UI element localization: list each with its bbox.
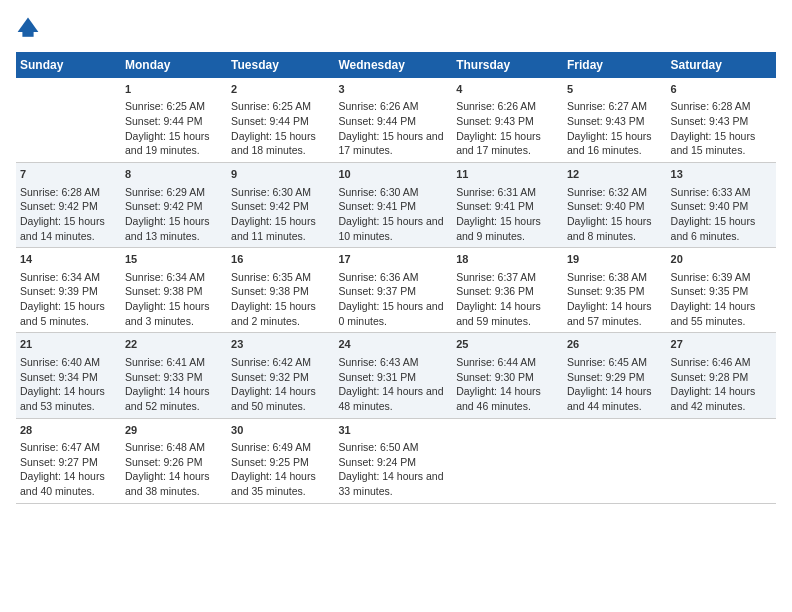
calendar-cell: 19Sunrise: 6:38 AMSunset: 9:35 PMDayligh… bbox=[563, 248, 667, 333]
calendar-cell: 5Sunrise: 6:27 AMSunset: 9:43 PMDaylight… bbox=[563, 78, 667, 163]
sunrise-text: Sunrise: 6:40 AMSunset: 9:34 PMDaylight:… bbox=[20, 356, 105, 412]
sunrise-text: Sunrise: 6:48 AMSunset: 9:26 PMDaylight:… bbox=[125, 441, 210, 497]
calendar-cell: 16Sunrise: 6:35 AMSunset: 9:38 PMDayligh… bbox=[227, 248, 334, 333]
sunrise-text: Sunrise: 6:36 AMSunset: 9:37 PMDaylight:… bbox=[338, 271, 443, 327]
calendar-cell: 31Sunrise: 6:50 AMSunset: 9:24 PMDayligh… bbox=[334, 418, 452, 503]
calendar-cell: 2Sunrise: 6:25 AMSunset: 9:44 PMDaylight… bbox=[227, 78, 334, 163]
day-number: 15 bbox=[125, 252, 223, 267]
calendar-table: SundayMondayTuesdayWednesdayThursdayFrid… bbox=[16, 52, 776, 504]
day-number: 21 bbox=[20, 337, 117, 352]
day-number: 12 bbox=[567, 167, 663, 182]
column-header-tuesday: Tuesday bbox=[227, 52, 334, 78]
header-row: SundayMondayTuesdayWednesdayThursdayFrid… bbox=[16, 52, 776, 78]
sunrise-text: Sunrise: 6:39 AMSunset: 9:35 PMDaylight:… bbox=[671, 271, 756, 327]
sunrise-text: Sunrise: 6:26 AMSunset: 9:43 PMDaylight:… bbox=[456, 100, 541, 156]
calendar-cell: 10Sunrise: 6:30 AMSunset: 9:41 PMDayligh… bbox=[334, 163, 452, 248]
calendar-cell: 22Sunrise: 6:41 AMSunset: 9:33 PMDayligh… bbox=[121, 333, 227, 418]
calendar-cell: 11Sunrise: 6:31 AMSunset: 9:41 PMDayligh… bbox=[452, 163, 563, 248]
logo bbox=[16, 16, 44, 40]
calendar-cell: 25Sunrise: 6:44 AMSunset: 9:30 PMDayligh… bbox=[452, 333, 563, 418]
week-row: 21Sunrise: 6:40 AMSunset: 9:34 PMDayligh… bbox=[16, 333, 776, 418]
calendar-cell: 8Sunrise: 6:29 AMSunset: 9:42 PMDaylight… bbox=[121, 163, 227, 248]
sunrise-text: Sunrise: 6:43 AMSunset: 9:31 PMDaylight:… bbox=[338, 356, 443, 412]
sunrise-text: Sunrise: 6:28 AMSunset: 9:43 PMDaylight:… bbox=[671, 100, 756, 156]
column-header-monday: Monday bbox=[121, 52, 227, 78]
day-number: 28 bbox=[20, 423, 117, 438]
logo-icon bbox=[16, 16, 40, 40]
calendar-cell: 12Sunrise: 6:32 AMSunset: 9:40 PMDayligh… bbox=[563, 163, 667, 248]
calendar-cell: 24Sunrise: 6:43 AMSunset: 9:31 PMDayligh… bbox=[334, 333, 452, 418]
calendar-cell: 23Sunrise: 6:42 AMSunset: 9:32 PMDayligh… bbox=[227, 333, 334, 418]
sunrise-text: Sunrise: 6:32 AMSunset: 9:40 PMDaylight:… bbox=[567, 186, 652, 242]
page-header bbox=[16, 16, 776, 40]
calendar-cell: 21Sunrise: 6:40 AMSunset: 9:34 PMDayligh… bbox=[16, 333, 121, 418]
week-row: 28Sunrise: 6:47 AMSunset: 9:27 PMDayligh… bbox=[16, 418, 776, 503]
day-number: 30 bbox=[231, 423, 330, 438]
svg-rect-1 bbox=[22, 32, 33, 37]
day-number: 17 bbox=[338, 252, 448, 267]
column-header-sunday: Sunday bbox=[16, 52, 121, 78]
sunrise-text: Sunrise: 6:35 AMSunset: 9:38 PMDaylight:… bbox=[231, 271, 316, 327]
day-number: 6 bbox=[671, 82, 772, 97]
day-number: 22 bbox=[125, 337, 223, 352]
calendar-cell: 7Sunrise: 6:28 AMSunset: 9:42 PMDaylight… bbox=[16, 163, 121, 248]
week-row: 14Sunrise: 6:34 AMSunset: 9:39 PMDayligh… bbox=[16, 248, 776, 333]
sunrise-text: Sunrise: 6:44 AMSunset: 9:30 PMDaylight:… bbox=[456, 356, 541, 412]
calendar-cell bbox=[16, 78, 121, 163]
calendar-cell: 14Sunrise: 6:34 AMSunset: 9:39 PMDayligh… bbox=[16, 248, 121, 333]
column-header-wednesday: Wednesday bbox=[334, 52, 452, 78]
calendar-cell: 18Sunrise: 6:37 AMSunset: 9:36 PMDayligh… bbox=[452, 248, 563, 333]
sunrise-text: Sunrise: 6:29 AMSunset: 9:42 PMDaylight:… bbox=[125, 186, 210, 242]
calendar-cell bbox=[563, 418, 667, 503]
day-number: 16 bbox=[231, 252, 330, 267]
calendar-cell: 17Sunrise: 6:36 AMSunset: 9:37 PMDayligh… bbox=[334, 248, 452, 333]
column-header-saturday: Saturday bbox=[667, 52, 776, 78]
calendar-cell: 30Sunrise: 6:49 AMSunset: 9:25 PMDayligh… bbox=[227, 418, 334, 503]
day-number: 8 bbox=[125, 167, 223, 182]
day-number: 31 bbox=[338, 423, 448, 438]
day-number: 18 bbox=[456, 252, 559, 267]
day-number: 4 bbox=[456, 82, 559, 97]
sunrise-text: Sunrise: 6:41 AMSunset: 9:33 PMDaylight:… bbox=[125, 356, 210, 412]
sunrise-text: Sunrise: 6:30 AMSunset: 9:41 PMDaylight:… bbox=[338, 186, 443, 242]
day-number: 5 bbox=[567, 82, 663, 97]
calendar-cell: 1Sunrise: 6:25 AMSunset: 9:44 PMDaylight… bbox=[121, 78, 227, 163]
day-number: 9 bbox=[231, 167, 330, 182]
sunrise-text: Sunrise: 6:26 AMSunset: 9:44 PMDaylight:… bbox=[338, 100, 443, 156]
calendar-cell bbox=[667, 418, 776, 503]
sunrise-text: Sunrise: 6:28 AMSunset: 9:42 PMDaylight:… bbox=[20, 186, 105, 242]
column-header-friday: Friday bbox=[563, 52, 667, 78]
sunrise-text: Sunrise: 6:38 AMSunset: 9:35 PMDaylight:… bbox=[567, 271, 652, 327]
calendar-cell: 13Sunrise: 6:33 AMSunset: 9:40 PMDayligh… bbox=[667, 163, 776, 248]
day-number: 20 bbox=[671, 252, 772, 267]
svg-marker-0 bbox=[18, 18, 39, 32]
sunrise-text: Sunrise: 6:25 AMSunset: 9:44 PMDaylight:… bbox=[231, 100, 316, 156]
sunrise-text: Sunrise: 6:34 AMSunset: 9:39 PMDaylight:… bbox=[20, 271, 105, 327]
calendar-cell: 4Sunrise: 6:26 AMSunset: 9:43 PMDaylight… bbox=[452, 78, 563, 163]
day-number: 27 bbox=[671, 337, 772, 352]
sunrise-text: Sunrise: 6:31 AMSunset: 9:41 PMDaylight:… bbox=[456, 186, 541, 242]
calendar-cell: 28Sunrise: 6:47 AMSunset: 9:27 PMDayligh… bbox=[16, 418, 121, 503]
calendar-cell bbox=[452, 418, 563, 503]
day-number: 14 bbox=[20, 252, 117, 267]
day-number: 11 bbox=[456, 167, 559, 182]
day-number: 1 bbox=[125, 82, 223, 97]
sunrise-text: Sunrise: 6:50 AMSunset: 9:24 PMDaylight:… bbox=[338, 441, 443, 497]
day-number: 7 bbox=[20, 167, 117, 182]
sunrise-text: Sunrise: 6:34 AMSunset: 9:38 PMDaylight:… bbox=[125, 271, 210, 327]
sunrise-text: Sunrise: 6:33 AMSunset: 9:40 PMDaylight:… bbox=[671, 186, 756, 242]
sunrise-text: Sunrise: 6:37 AMSunset: 9:36 PMDaylight:… bbox=[456, 271, 541, 327]
day-number: 23 bbox=[231, 337, 330, 352]
sunrise-text: Sunrise: 6:27 AMSunset: 9:43 PMDaylight:… bbox=[567, 100, 652, 156]
day-number: 2 bbox=[231, 82, 330, 97]
sunrise-text: Sunrise: 6:42 AMSunset: 9:32 PMDaylight:… bbox=[231, 356, 316, 412]
calendar-cell: 20Sunrise: 6:39 AMSunset: 9:35 PMDayligh… bbox=[667, 248, 776, 333]
calendar-cell: 29Sunrise: 6:48 AMSunset: 9:26 PMDayligh… bbox=[121, 418, 227, 503]
week-row: 1Sunrise: 6:25 AMSunset: 9:44 PMDaylight… bbox=[16, 78, 776, 163]
day-number: 26 bbox=[567, 337, 663, 352]
calendar-cell: 15Sunrise: 6:34 AMSunset: 9:38 PMDayligh… bbox=[121, 248, 227, 333]
day-number: 29 bbox=[125, 423, 223, 438]
day-number: 13 bbox=[671, 167, 772, 182]
sunrise-text: Sunrise: 6:45 AMSunset: 9:29 PMDaylight:… bbox=[567, 356, 652, 412]
day-number: 24 bbox=[338, 337, 448, 352]
